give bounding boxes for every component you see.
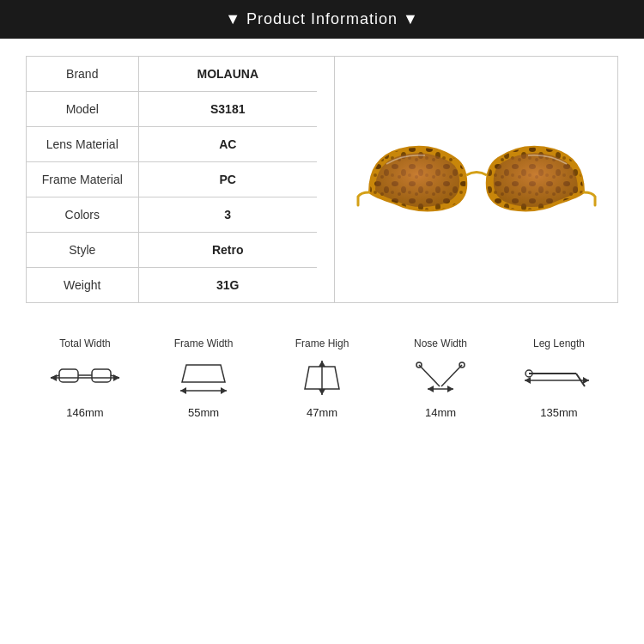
- leg-length-label: Leg Length: [533, 337, 585, 349]
- leg-length-icon: [520, 356, 598, 399]
- header-title: ▼ Product Information ▼: [225, 10, 419, 27]
- frame-high-value: 47mm: [307, 406, 337, 419]
- top-section: Brand MOLAUNA Model S3181 Lens Material …: [26, 56, 618, 303]
- svg-marker-28: [583, 377, 589, 384]
- frame-high-label: Frame High: [295, 337, 349, 349]
- weight-value: 31G: [138, 268, 317, 303]
- model-label: Model: [27, 92, 138, 127]
- main-content: Brand MOLAUNA Model S3181 Lens Material …: [0, 39, 644, 644]
- nose-width-icon: [402, 356, 479, 399]
- product-image-container: [334, 57, 617, 302]
- leg-length-value: 135mm: [540, 406, 577, 419]
- style-value: Retro: [138, 233, 317, 268]
- colors-value: 3: [138, 197, 317, 233]
- frame-width-value: 55mm: [188, 406, 219, 419]
- dimension-item-leg-length: Leg Length 135mm: [520, 337, 598, 419]
- frame-width-icon: [165, 356, 242, 399]
- page-header: ▼ Product Information ▼: [0, 0, 644, 39]
- frame-high-icon: [283, 356, 361, 399]
- table-row-style: Style Retro: [27, 233, 317, 268]
- page-wrapper: ▼ Product Information ▼ Brand MOLAUNA Mo…: [0, 0, 644, 644]
- dimension-item-frame-high: Frame High 47mm: [283, 337, 361, 419]
- model-value: S3181: [138, 92, 317, 127]
- svg-marker-20: [428, 386, 434, 392]
- table-row-model: Model S3181: [27, 92, 317, 127]
- brand-label: Brand: [27, 57, 138, 92]
- frame-width-label: Frame Width: [174, 337, 234, 349]
- frame-material-value: PC: [138, 162, 317, 197]
- table-row-colors: Colors 3: [27, 197, 317, 233]
- frame-material-label: Frame Material: [27, 162, 138, 197]
- svg-marker-14: [180, 387, 186, 394]
- svg-line-23: [441, 365, 462, 386]
- dimension-item-frame-width: Frame Width 55mm: [165, 337, 242, 419]
- product-table: Brand MOLAUNA Model S3181 Lens Material …: [27, 57, 317, 302]
- svg-marker-17: [319, 361, 325, 367]
- lens-material-label: Lens Material: [27, 127, 138, 162]
- svg-marker-21: [447, 386, 453, 392]
- dimension-item-nose-width: Nose Width 14mm: [402, 337, 479, 419]
- weight-label: Weight: [27, 268, 138, 303]
- colors-label: Colors: [27, 197, 138, 233]
- table-row-lens-material: Lens Material AC: [27, 127, 317, 162]
- style-label: Style: [27, 233, 138, 268]
- svg-marker-27: [525, 377, 531, 384]
- total-width-value: 146mm: [66, 406, 103, 419]
- dimensions-section: Total Width 146mm Frame: [26, 329, 618, 428]
- svg-rect-9: [92, 369, 111, 382]
- table-row-frame-material: Frame Material PC: [27, 162, 317, 197]
- lens-material-value: AC: [138, 127, 317, 162]
- table-row-weight: Weight 31G: [27, 268, 317, 303]
- dimension-item-total-width: Total Width 146mm: [46, 337, 124, 419]
- total-width-label: Total Width: [59, 337, 110, 349]
- table-row-brand: Brand MOLAUNA: [27, 57, 317, 92]
- total-width-icon: [46, 356, 124, 399]
- svg-rect-8: [59, 369, 78, 382]
- svg-marker-15: [221, 387, 227, 394]
- svg-line-22: [419, 365, 440, 386]
- svg-marker-18: [319, 389, 325, 395]
- brand-value: MOLAUNA: [138, 57, 317, 92]
- nose-width-value: 14mm: [425, 406, 456, 419]
- product-image: [356, 111, 597, 248]
- nose-width-label: Nose Width: [414, 337, 467, 349]
